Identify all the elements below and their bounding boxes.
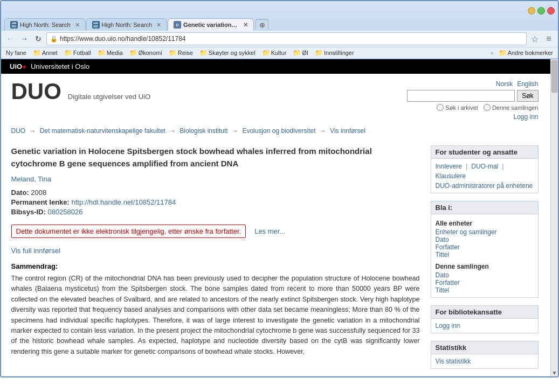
search-opt-arkivet[interactable]: Søk i arkivet: [437, 104, 478, 111]
back-button[interactable]: ←: [4, 33, 16, 45]
sidebar-box-statistikk: Statistikk Vis statistikk: [431, 341, 539, 369]
tab-close-3[interactable]: ✕: [243, 22, 248, 29]
folder-icon: 📁: [169, 49, 177, 57]
breadcrumb: DUO → Det matematisk-naturvitenskapelige…: [11, 125, 539, 141]
author-link[interactable]: Meland, Tina: [11, 175, 420, 183]
bookmark-label: Innstillinger: [324, 50, 354, 56]
folder-icon: 📁: [129, 49, 137, 57]
sidebar-link-duomal[interactable]: DUO-mal: [471, 163, 498, 170]
sidebar-denne-samlingen: Denne samlingen: [436, 263, 534, 270]
folder-icon: 📁: [199, 49, 208, 57]
search-opt-arkivet-label: Søk i arkivet: [445, 104, 478, 111]
bibsys-link[interactable]: 080258026: [47, 208, 82, 216]
vis-full-section: Vis full innførsel: [11, 247, 420, 255]
sidebar-box-studenter: For studenter og ansatte Innlevere | DUO…: [431, 145, 539, 193]
bookmark-innstillinger[interactable]: 📁 Innstillinger: [313, 48, 356, 57]
lang-norsk[interactable]: Norsk: [496, 80, 513, 88]
sidebar: For studenter og ansatte Innlevere | DUO…: [431, 145, 539, 376]
tab-close-2[interactable]: ✕: [156, 22, 161, 29]
bookmark-reise[interactable]: 📁 Reise: [167, 48, 195, 57]
new-tab-button[interactable]: ⊕: [256, 19, 268, 31]
access-notice: Dette dokumentet er ikke elektronisk til…: [11, 221, 420, 241]
folder-icon: 📁: [293, 49, 301, 57]
settings-button[interactable]: ≡: [543, 33, 555, 45]
tab-close-1[interactable]: ✕: [75, 22, 80, 29]
refresh-button[interactable]: ↻: [32, 33, 44, 45]
sidebar-link-tittel2[interactable]: Tittel: [436, 286, 534, 294]
lang-english[interactable]: English: [517, 80, 538, 88]
search-opt-samling[interactable]: Denne samlingen: [484, 104, 539, 111]
sammendrag-section: Sammendrag: The control region (CR) of t…: [11, 262, 420, 357]
bookmark-fotball[interactable]: 📁 Fotball: [63, 48, 93, 57]
sidebar-box2-content: Alle enheter Enheter og samlinger Dato F…: [431, 214, 539, 298]
bookmark-oi[interactable]: 📁 ØI: [291, 48, 310, 57]
sidebar-link-statistikk[interactable]: Vis statistikk: [436, 358, 534, 365]
vis-full-link[interactable]: Vis full innførsel: [11, 247, 61, 255]
sidebar-link-enheter[interactable]: Enheter og samlinger: [436, 228, 534, 236]
bookmark-okonomi[interactable]: 📁 Økonomi: [128, 48, 164, 57]
login-link[interactable]: Logg inn: [513, 113, 538, 121]
breadcrumb-evolusjon[interactable]: Evolusjon og biodiversitet: [242, 127, 315, 135]
bibsys-label: Bibsys-ID:: [11, 208, 46, 216]
bookmark-label: Andre bokmerker: [508, 50, 553, 56]
search-radio-arkivet[interactable]: [437, 104, 444, 111]
sidebar-box4-title: Statistikk: [431, 341, 539, 354]
uio-logo: UiO●: [10, 62, 26, 71]
sidebar-link-forfatter2[interactable]: Forfatter: [436, 279, 534, 286]
sidebar-link-innlevere[interactable]: Innlevere: [436, 163, 462, 170]
duo-header: DUO Digitale utgivelser ved UiO Norsk En…: [11, 74, 539, 125]
address-bar[interactable]: 🔒 https://www.duo.uio.no/handle/10852/11…: [46, 32, 527, 45]
breadcrumb-arrow-3: →: [232, 127, 238, 135]
sidebar-box-bibliotek: For bibliotekansatte Logg inn: [431, 305, 539, 333]
bookmark-label: Skøyter og sykkel: [209, 50, 256, 56]
bookmark-andre[interactable]: 📁 Andre bokmerker: [497, 48, 555, 57]
search-button[interactable]: Søk: [517, 90, 538, 102]
bookmark-label: ØI: [302, 50, 308, 56]
tab-1[interactable]: HNRD High North: Search ✕: [4, 18, 86, 31]
bookmark-ny-fane[interactable]: Ny fane: [4, 49, 28, 57]
permalink-link[interactable]: http://hdl.handle.net/10852/11784: [72, 198, 176, 206]
tab-bar: HNRD High North: Search ✕ HNRD High Nort…: [1, 18, 558, 31]
duo-tagline: Digitale utgivelser ved UiO: [68, 93, 150, 101]
tab-3[interactable]: D Genetic variation in Holoc... ✕: [168, 18, 254, 31]
sidebar-link-forfatter1[interactable]: Forfatter: [436, 243, 534, 251]
sidebar-link-tittel1[interactable]: Tittel: [436, 251, 534, 258]
scrollbar-thumb[interactable]: [551, 60, 557, 93]
menu-button[interactable]: ☆: [529, 33, 541, 45]
bookmark-kultur[interactable]: 📁 Kultur: [260, 48, 288, 57]
folder-icon: 📁: [262, 49, 270, 57]
date-label: Dato:: [11, 188, 29, 197]
tab-favicon-3: D: [174, 21, 181, 29]
tab-2[interactable]: HNRD High North: Search ✕: [86, 18, 168, 31]
sidebar-link-dato1[interactable]: Dato: [436, 236, 534, 243]
folder-icon: 📁: [33, 49, 41, 57]
folder-icon: 📁: [499, 49, 507, 57]
bookmark-media[interactable]: 📁 Media: [96, 48, 125, 57]
sammendrag-text: The control region (CR) of the mitochond…: [11, 274, 420, 357]
les-mer-link[interactable]: Les mer...: [254, 227, 285, 235]
address-text: https://www.duo.uio.no/handle/10852/1178…: [60, 35, 523, 43]
sidebar-link-dato2[interactable]: Dato: [436, 271, 534, 279]
search-row: Søk: [407, 90, 538, 102]
breadcrumb-arrow-1: →: [30, 127, 36, 135]
uio-header: UiO● Universitetet i Oslo: [1, 59, 558, 74]
sidebar-link-klausulere[interactable]: Klausulere: [436, 172, 466, 180]
bookmark-annet[interactable]: 📁 Annet: [31, 48, 59, 57]
breadcrumb-duo[interactable]: DUO: [11, 127, 26, 135]
sidebar-link-admin[interactable]: DUO-administratorer på enhetene: [436, 182, 534, 190]
sidebar-link-login[interactable]: Logg inn: [436, 322, 534, 330]
bookmark-skøyter[interactable]: 📁 Skøyter og sykkel: [198, 48, 257, 57]
tab-favicon-2: HNRD: [92, 21, 100, 29]
breadcrumb-biologisk[interactable]: Biologisk institutt: [180, 127, 227, 135]
nav-bar: ← → ↻ 🔒 https://www.duo.uio.no/handle/10…: [1, 31, 558, 47]
search-radio-samling[interactable]: [484, 104, 491, 111]
sidebar-box3-content: Logg inn: [431, 318, 539, 333]
breadcrumb-fakultet[interactable]: Det matematisk-naturvitenskapelige fakul…: [40, 127, 165, 135]
breadcrumb-vis[interactable]: Vis innførsel: [330, 127, 365, 135]
sidebar-box3-title: For bibliotekansatte: [431, 305, 539, 318]
scrollbar-down[interactable]: ▼: [551, 369, 558, 376]
forward-button[interactable]: →: [18, 33, 30, 45]
search-input[interactable]: [407, 90, 515, 102]
sammendrag-title: Sammendrag:: [11, 262, 420, 270]
scrollbar[interactable]: ▼: [550, 59, 558, 376]
